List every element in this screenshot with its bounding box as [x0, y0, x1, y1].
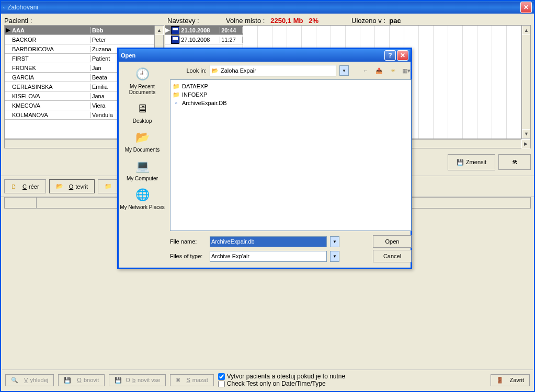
places-bar: 🕘My Recent Documents 🖥Desktop 📂My Docume…	[119, 62, 166, 268]
list-item[interactable]: 📁INFOEXP	[173, 90, 409, 99]
row-pointer-icon: ▶	[165, 27, 171, 33]
cell-surname: KOLMANOVA	[11, 112, 91, 118]
lookin-combo[interactable]: 📂 Zaloha Expair	[210, 65, 336, 76]
scroll-right-icon[interactable]: ▶	[521, 139, 530, 148]
lookin-label: Look in:	[170, 67, 207, 74]
table-row[interactable]: ▶21.10.200820:44	[165, 26, 243, 35]
search-icon: 🔍	[11, 377, 18, 384]
check-vytvor[interactable]: Vytvor pacienta a otestuj pokud je to nu…	[218, 373, 345, 380]
filename-input[interactable]: ArchiveExpair.db	[210, 236, 327, 247]
table-row[interactable]: BACKORPeter	[5, 35, 163, 44]
place-mydocs[interactable]: 📂My Documents	[119, 127, 166, 155]
cell-surname: BACKOR	[11, 37, 91, 43]
dialog-title: Open	[121, 52, 135, 59]
file-name: INFOEXP	[182, 91, 207, 98]
file-name: ArchiveExpair.DB	[182, 100, 227, 106]
cell-date: 21.10.2008	[179, 27, 220, 33]
place-network[interactable]: 🌐My Network Places	[119, 185, 166, 212]
ulozeno-value: pac	[389, 17, 401, 25]
volne-misto-value: 2250,1 Mb	[270, 17, 303, 25]
save-icon	[171, 26, 179, 34]
dialog-help-button[interactable]: ?	[384, 50, 396, 61]
app-icon: ▫	[3, 4, 5, 11]
place-recent[interactable]: 🕘My Recent Documents	[119, 64, 166, 97]
filename-label: File name:	[170, 238, 207, 245]
up-one-level-button[interactable]: 📤	[374, 65, 384, 76]
window-title: Zalohovani	[7, 4, 38, 11]
cell-date: 27.10.2008	[179, 37, 220, 43]
place-desktop[interactable]: 🖥Desktop	[119, 98, 166, 126]
cell-surname: KMECOVA	[11, 102, 91, 109]
cell-surname: GARCIA	[11, 74, 91, 80]
folder-open-icon: 📂	[56, 183, 63, 190]
save-red-icon: 💾	[457, 159, 464, 166]
tool-icon: 🛠	[512, 159, 518, 165]
window-close-button[interactable]: ✕	[520, 2, 532, 13]
creer-button[interactable]: 🗋 Créer	[4, 179, 46, 193]
obnovit-button[interactable]: 💾 Obnovit	[58, 374, 105, 386]
back-button[interactable]: ←	[360, 65, 371, 76]
filetype-combo[interactable]: Archive Exp'air	[210, 251, 327, 262]
tool-button[interactable]: 🛠	[498, 154, 531, 170]
list-item[interactable]: 📁DATAEXP	[173, 82, 409, 90]
new-folder-button[interactable]: ✳	[388, 65, 398, 76]
folder-icon: 📁	[105, 183, 112, 190]
cell-surname: AAA	[11, 27, 91, 33]
cell-surname: FRONEK	[11, 65, 91, 71]
save-icon: 💾	[64, 377, 71, 384]
file-name: DATAEXP	[182, 83, 208, 89]
table-row[interactable]: 27.10.200811:27	[165, 35, 243, 44]
volne-misto-pct: 2%	[309, 17, 318, 25]
zmensit-button[interactable]: 💾 Zmensit	[448, 154, 495, 170]
cell-surname: BARBORICOVA	[11, 46, 91, 52]
scroll-up-icon[interactable]: ▲	[155, 26, 164, 35]
network-places-icon: 🌐	[134, 187, 151, 203]
otevrit-button[interactable]: 📂 Otevrit	[49, 179, 95, 193]
save-all-icon: 💾	[115, 377, 122, 384]
file-list[interactable]: 📁DATAEXP📁INFOEXP▫ArchiveExpair.DB	[170, 79, 412, 231]
scroll-down-icon[interactable]: ▼	[522, 129, 531, 139]
save-icon	[171, 36, 179, 44]
cancel-button[interactable]: Cancel	[373, 250, 412, 262]
cell-time: 20:44	[220, 27, 243, 33]
recent-docs-icon: 🕘	[134, 66, 151, 83]
navstevy-label: Navstevy :	[167, 17, 199, 25]
row-pointer-icon: ▶	[5, 27, 11, 33]
check-test-only[interactable]: Check Test only on Date/Time/Type	[218, 380, 345, 387]
my-computer-icon: 💻	[134, 158, 151, 175]
scroll-up-icon[interactable]: ▲	[522, 26, 531, 35]
cell-name: Peter	[91, 37, 163, 43]
folder-icon: 📁	[173, 83, 180, 90]
desktop-icon: 🖥	[134, 100, 151, 117]
file-new-icon: 🗋	[11, 183, 17, 190]
filetype-dropdown[interactable]: ▼	[330, 251, 339, 262]
delete-icon: ✖	[176, 377, 180, 384]
view-menu-button[interactable]: ▦▾	[401, 65, 412, 76]
cell-time: 11:27	[220, 37, 243, 43]
zavrit-button[interactable]: 🚪 Zavrit	[491, 374, 530, 386]
cell-name: Bbb	[91, 27, 163, 33]
dialog-titlebar[interactable]: Open ? ✕	[119, 49, 411, 62]
my-documents-icon: 📂	[134, 129, 151, 146]
pacienti-label: Pacienti :	[4, 17, 32, 25]
folder-open-icon: 📂	[211, 67, 219, 74]
smazat-button[interactable]: ✖ Smazat	[170, 374, 213, 386]
table-row[interactable]: ▶AAABbb	[5, 26, 163, 35]
filename-dropdown[interactable]: ▼	[330, 236, 339, 247]
filetype-label: Files of type:	[170, 253, 207, 259]
folder-icon: 📁	[173, 91, 180, 98]
obnovit-vse-button[interactable]: 💾 Obnovit vse	[109, 374, 166, 386]
cell-surname: GERLASINSKA	[11, 84, 91, 90]
main-titlebar: ▫ Zalohovani ✕	[1, 1, 534, 14]
lookin-value: Zaloha Expair	[221, 67, 256, 74]
dialog-close-button[interactable]: ✕	[397, 50, 408, 61]
vyhledej-button[interactable]: 🔍 Vyhledej	[5, 374, 54, 386]
list-item[interactable]: ▫ArchiveExpair.DB	[173, 99, 409, 107]
ulozeno-group: Ulozeno v : pac	[351, 17, 401, 25]
visits-scrollbar-v[interactable]: ▲ ▼	[521, 26, 530, 139]
door-exit-icon: 🚪	[496, 377, 504, 384]
place-mycomputer[interactable]: 💻My Computer	[119, 156, 166, 183]
lookin-dropdown-button[interactable]: ▼	[339, 65, 349, 76]
cell-surname: FIRST	[11, 55, 91, 62]
open-button[interactable]: Open	[373, 235, 412, 248]
